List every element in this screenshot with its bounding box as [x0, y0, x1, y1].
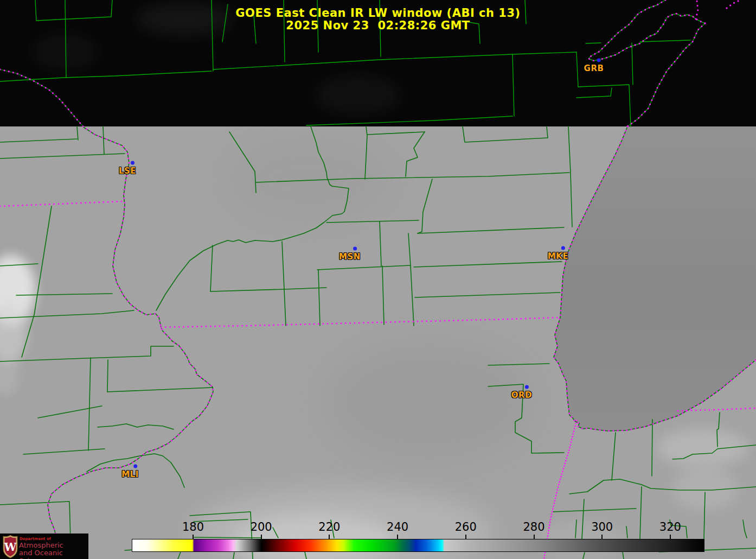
station-dot-icon [525, 385, 529, 389]
station-label: MLI [121, 469, 139, 479]
station-dot-icon [133, 464, 137, 468]
logo-name-line2: and Oceanic Sciences [19, 549, 88, 559]
uw-aos-logo: W Department of Atmospheric and Oceanic … [0, 533, 88, 559]
svg-text:W: W [4, 541, 17, 554]
station-dot-icon [131, 161, 134, 164]
zone-border-dense [544, 421, 576, 559]
station-dot-icon [561, 246, 565, 250]
wi-il-border-dots [161, 317, 560, 327]
station-label: ORD [511, 390, 532, 400]
satellite-image-viewport: GRBLSEMSNMKEORDMLI GOES East Clean IR LW… [0, 0, 756, 559]
door-peninsula-east-shore [627, 23, 705, 126]
station-marker-mli: MLI [121, 469, 139, 479]
station-marker-ord: ORD [511, 390, 532, 400]
title-line2: 2025 Nov 23 02:28:26 GMT [286, 19, 470, 32]
title-line1: GOES East Clean IR LW window (ABI ch 13) [235, 7, 520, 20]
station-label: GRB [584, 63, 604, 73]
peninsula-border-dots [627, 23, 705, 126]
station-marker-mke: MKE [548, 251, 568, 261]
station-label: MSN [339, 252, 361, 262]
station-marker-lse: LSE [119, 166, 136, 176]
map-overlay [0, 0, 756, 559]
image-title: GOES East Clean IR LW window (ABI ch 13)… [0, 7, 756, 32]
uw-crest-icon: W [2, 535, 18, 558]
logo-dept-line: Department of [20, 537, 51, 541]
mississippi-border-dots [0, 69, 213, 537]
station-label: LSE [119, 166, 136, 176]
ia-mn-border-dots [0, 201, 124, 206]
station-label: MKE [548, 251, 568, 261]
logo-name-line1: Atmospheric [19, 541, 63, 549]
il-zone-line [544, 421, 576, 559]
station-marker-msn: MSN [339, 251, 361, 262]
station-dot-icon [353, 246, 357, 250]
station-marker-grb: GRB [584, 63, 604, 73]
station-dot-icon [597, 58, 601, 62]
